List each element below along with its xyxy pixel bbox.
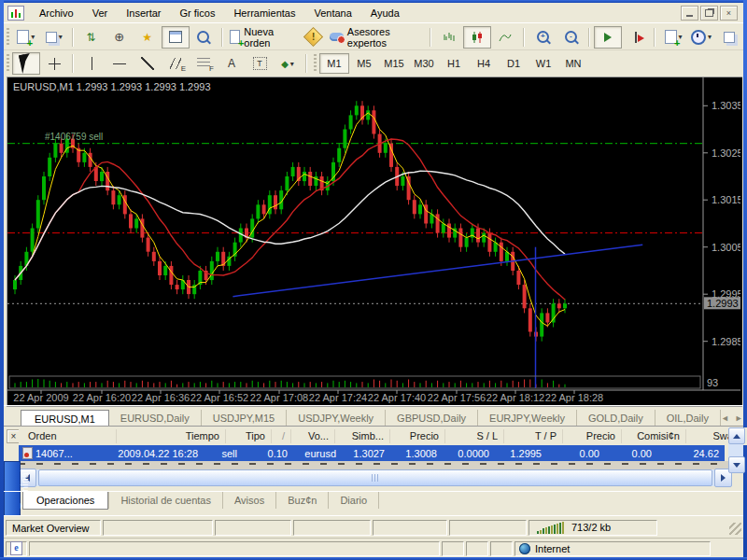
chart-tab-oil-daily[interactable]: OIL,Daily: [655, 410, 721, 427]
timeframe-m1[interactable]: M1: [319, 53, 349, 74]
favorites-button[interactable]: ★: [134, 26, 162, 49]
tab-operaciones[interactable]: Operaciones: [22, 492, 108, 510]
trendline-tool[interactable]: [134, 52, 162, 75]
tab-buzon[interactable]: Buz¢n: [276, 492, 329, 509]
tab-scroll-left-icon[interactable]: ◄: [721, 413, 729, 423]
menu-archivo[interactable]: Archivo: [30, 5, 83, 21]
toolbar-grip[interactable]: [7, 54, 9, 73]
text-label-tool[interactable]: T: [246, 52, 274, 75]
close-button[interactable]: ×: [720, 6, 738, 21]
crosshair-tool-button[interactable]: [40, 52, 68, 75]
timeframe-w1[interactable]: W1: [529, 53, 558, 74]
toolbar-grip[interactable]: [314, 54, 317, 73]
expert-advisors-icon: [330, 33, 343, 41]
status-text: Market Overview: [6, 520, 101, 536]
timeframe-m15[interactable]: M15: [379, 53, 409, 74]
svg-text:1.3025: 1.3025: [712, 147, 740, 159]
zoom-in-button[interactable]: +: [529, 26, 557, 49]
timeframe-h4[interactable]: H4: [469, 53, 499, 74]
expert-advisors-button[interactable]: Asesores expertos: [327, 26, 426, 49]
status-panel: [373, 520, 447, 536]
channel-tool[interactable]: E: [162, 52, 190, 75]
bar-chart-button[interactable]: [435, 26, 463, 49]
trendline-icon: [141, 57, 154, 70]
chart-shift-button[interactable]: [622, 26, 650, 49]
shapes-icon: ◆: [281, 59, 289, 69]
col-simbolo[interactable]: Simb...: [335, 429, 390, 443]
price-chart[interactable]: 1.30351.30251.30151.30051.29951.29851.29…: [7, 77, 742, 407]
menu-insertar[interactable]: Insertar: [117, 5, 170, 21]
col-tp[interactable]: T / P: [504, 429, 563, 443]
timeframe-m30[interactable]: M30: [409, 53, 439, 74]
col-precio-actual[interactable]: Precio: [563, 429, 622, 443]
tick-chart-button[interactable]: ⇅: [78, 26, 106, 49]
periods-button[interactable]: ▾: [687, 26, 715, 49]
col-slash[interactable]: /: [272, 429, 291, 443]
menu-ayuda[interactable]: Ayuda: [361, 5, 409, 21]
tab-avisos[interactable]: Avisos: [223, 492, 276, 509]
horizontal-scrollbar[interactable]: [19, 469, 732, 486]
chart-tab-usdjpy-m15[interactable]: USDJPY,M15: [202, 410, 287, 427]
text-tool[interactable]: A: [218, 52, 246, 75]
standard-toolbar: +▾ ▾ ⇅ ⊕ ★ +Nueva orden ! Asesores exper…: [4, 22, 743, 50]
zoom-out-button[interactable]: -: [557, 26, 585, 49]
tab-scroll-right-icon[interactable]: ►: [735, 413, 743, 423]
toolbar-grip[interactable]: [7, 28, 9, 47]
scrollbar-thumb[interactable]: [38, 469, 712, 486]
chart-tab-gbpusd-daily[interactable]: GBPUSD,Daily: [386, 410, 478, 427]
chart-tab-eurusd-daily[interactable]: EURUSD,Daily: [109, 410, 202, 427]
timeframe-d1[interactable]: D1: [499, 53, 529, 74]
menu-herramientas[interactable]: Herramientas: [224, 5, 304, 21]
arrows-tool[interactable]: ◆▾: [274, 52, 302, 75]
minimize-button[interactable]: [681, 6, 698, 21]
col-orden[interactable]: Orden: [19, 429, 117, 443]
menu-graficos[interactable]: Gr ficos: [171, 5, 225, 21]
indicators-button[interactable]: +▾: [659, 26, 687, 49]
col-tiempo[interactable]: Tiempo: [117, 429, 226, 443]
candlestick-chart-button[interactable]: [463, 26, 491, 49]
col-tipo[interactable]: Tipo: [226, 429, 272, 443]
menu-ver[interactable]: Ver: [83, 5, 118, 21]
col-comision[interactable]: Comisi¢n: [622, 429, 686, 443]
timeframe-m5[interactable]: M5: [349, 53, 379, 74]
order-row-selected[interactable]: 14067... 2009.04.22 16:28 sell 0.10 euru…: [19, 445, 725, 461]
cursor-tool-button[interactable]: [12, 52, 40, 75]
restore-button[interactable]: [700, 6, 718, 21]
chart-tab-usdjpy-weekly[interactable]: USDJPY,Weekly: [287, 410, 386, 427]
data-window-button[interactable]: [190, 26, 218, 49]
expert-warning-button[interactable]: !: [299, 26, 327, 49]
horizontal-line-icon: [113, 63, 126, 64]
star-icon: ★: [142, 31, 152, 44]
new-chart-button[interactable]: +▾: [12, 26, 40, 49]
horizontal-line-tool[interactable]: [106, 52, 134, 75]
vertical-line-tool[interactable]: [78, 52, 106, 75]
window-border-right: [743, 0, 747, 560]
timeframe-mn[interactable]: MN: [558, 53, 588, 74]
scroll-down-button[interactable]: [728, 456, 745, 473]
menu-ventana[interactable]: Ventana: [304, 5, 360, 21]
auto-scroll-button[interactable]: [594, 26, 622, 49]
tab-diario[interactable]: Diario: [329, 492, 379, 509]
page-icon-cell: e: [6, 541, 27, 556]
resize-grip[interactable]: [729, 523, 741, 535]
timeframe-h1[interactable]: H1: [439, 53, 469, 74]
tab-historial[interactable]: Historial de cuentas: [108, 492, 223, 509]
scroll-up-button[interactable]: [728, 427, 745, 444]
new-order-button[interactable]: +Nueva orden: [227, 26, 300, 49]
market-watch-button[interactable]: [162, 26, 190, 49]
app-icon: [7, 6, 24, 21]
chart-tab-eurjpy-weekly[interactable]: EURJPY,Weekly: [478, 410, 577, 427]
chart-tab-gold-daily[interactable]: GOLD,Daily: [577, 410, 655, 427]
price-chart-canvas[interactable]: 1.30351.30251.30151.30051.29951.29851.29…: [7, 77, 740, 404]
col-sl[interactable]: S / L: [445, 429, 504, 443]
templates-button[interactable]: [715, 26, 743, 49]
col-precio[interactable]: Precio: [390, 429, 445, 443]
profiles-button[interactable]: ▾: [40, 26, 68, 49]
col-volumen[interactable]: Vo...: [291, 429, 335, 443]
line-chart-button[interactable]: [491, 26, 519, 49]
fibonacci-tool[interactable]: F: [190, 52, 218, 75]
order-icon: [22, 447, 33, 459]
crosshair-target-button[interactable]: ⊕: [106, 26, 134, 49]
status-panel: [449, 520, 527, 536]
vertical-scrollbar[interactable]: [728, 427, 743, 470]
